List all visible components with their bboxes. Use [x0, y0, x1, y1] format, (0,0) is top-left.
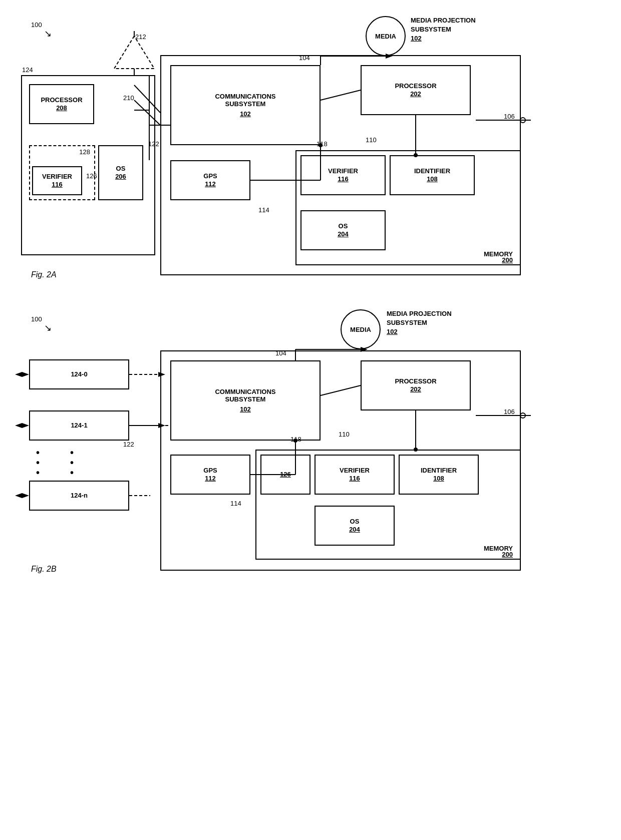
- ref-124-2a: 124: [22, 66, 33, 74]
- os-204-label-2b: OS: [350, 518, 360, 526]
- media-projection-label-2a: MEDIA PROJECTION SUBSYSTEM 102: [411, 16, 476, 44]
- processor-208-label-2a: PROCESSOR: [41, 96, 82, 104]
- processor-202-label-2b: PROCESSOR: [395, 377, 436, 385]
- memory-200-ref-2a: 200: [502, 256, 513, 264]
- arrow-100-2a: ↘: [44, 28, 52, 39]
- ref-126-2a: 126: [86, 172, 97, 180]
- processor-208-ref-2a: 208: [56, 104, 67, 112]
- fig-2a-label: Fig. 2A: [31, 270, 57, 279]
- gps-112-box-2b: GPS 112: [170, 455, 250, 495]
- svg-marker-1: [114, 36, 154, 69]
- media-label-2a: MEDIA: [375, 33, 396, 40]
- comm-subsystem-label-2a: COMMUNICATIONSSUBSYSTEM: [215, 93, 275, 108]
- fig-2b-label: Fig. 2B: [31, 565, 57, 574]
- ref-104-2a: 104: [299, 54, 310, 62]
- svg-point-30: [520, 413, 525, 418]
- ref-126-box-2b: 126: [260, 455, 310, 495]
- ref-122-2a: 122: [148, 140, 159, 148]
- comm-subsystem-box-2b: COMMUNICATIONSSUBSYSTEM 102: [170, 360, 321, 441]
- processor-202-box-2a: PROCESSOR 202: [361, 65, 471, 115]
- verifier-116-label-2b: VERIFIER: [340, 467, 370, 475]
- processor-202-ref-2b: 202: [410, 385, 421, 393]
- arrow-100-2b: ↘: [44, 322, 52, 333]
- verifier-116-left-ref-2a: 116: [52, 181, 63, 189]
- ref-126-label-2b: 126: [280, 471, 291, 479]
- svg-marker-42: [15, 423, 22, 428]
- gps-112-ref-2a: 112: [205, 180, 216, 188]
- device-124-n-box-2b: 124-n: [29, 481, 129, 511]
- identifier-108-box-2a: IDENTIFIER 108: [390, 155, 475, 195]
- gps-112-ref-2b: 112: [205, 475, 216, 483]
- device-124-1-box-2b: 124-1: [29, 410, 129, 441]
- gps-112-label-2a: GPS: [203, 172, 217, 180]
- verifier-116-label-2a: VERIFIER: [328, 167, 358, 175]
- os-204-box-2b: OS 204: [315, 506, 395, 546]
- media-label-2b: MEDIA: [350, 326, 371, 333]
- processor-202-ref-2a: 202: [410, 90, 421, 98]
- gps-112-label-2b: GPS: [203, 467, 217, 475]
- processor-202-box-2b: PROCESSOR 202: [361, 360, 471, 410]
- device-124-0-box-2b: 124-0: [29, 359, 129, 389]
- device-124-1-label-2b: 124-1: [71, 422, 87, 430]
- ref-104-2b: 104: [275, 349, 286, 357]
- ref-110-2a: 110: [366, 136, 377, 144]
- comm-subsystem-ref-2a: 102: [240, 110, 251, 118]
- os-206-label-2a: OS: [116, 165, 126, 173]
- os-204-label-2a: OS: [339, 222, 348, 230]
- verifier-116-ref-2b: 116: [349, 475, 360, 483]
- comm-subsystem-box-2a: COMMUNICATIONSSUBSYSTEM 102: [170, 65, 321, 145]
- identifier-108-label-2b: IDENTIFIER: [421, 467, 457, 475]
- verifier-116-left-label-2a: VERIFIER: [42, 173, 72, 181]
- media-circle-2a: MEDIA: [366, 16, 406, 56]
- ref-210-2a: 210: [123, 94, 134, 102]
- ref-106-2b: 106: [504, 408, 515, 415]
- ref-118-2a: 118: [317, 140, 328, 148]
- ref-100-2b: 100: [31, 315, 42, 323]
- identifier-108-ref-2b: 108: [433, 475, 444, 483]
- device-124-0-label-2b: 124-0: [71, 370, 87, 378]
- ref-100-2a: 100: [31, 21, 42, 29]
- os-206-box-2a: OS 206: [98, 145, 143, 200]
- ref-110-2b: 110: [339, 431, 350, 438]
- svg-marker-44: [15, 493, 22, 498]
- verifier-116-left-box-2a: VERIFIER 116: [32, 166, 82, 195]
- os-204-ref-2b: 204: [349, 526, 360, 534]
- ref-212: 212: [135, 33, 146, 41]
- ref-114-2b: 114: [230, 500, 241, 507]
- verifier-116-box-2a: VERIFIER 116: [300, 155, 386, 195]
- svg-marker-41: [22, 372, 29, 377]
- os-204-ref-2a: 204: [338, 230, 349, 238]
- identifier-108-label-2a: IDENTIFIER: [414, 167, 450, 175]
- processor-208-box-2a: PROCESSOR 208: [29, 84, 94, 124]
- comm-subsystem-ref-2b: 102: [240, 405, 251, 413]
- media-projection-label-2b: MEDIA PROJECTION SUBSYSTEM 102: [387, 309, 452, 337]
- comm-subsystem-label-2b: COMMUNICATIONSSUBSYSTEM: [215, 388, 275, 403]
- verifier-116-ref-2a: 116: [338, 175, 349, 183]
- ref-118-2b: 118: [290, 436, 301, 443]
- device-124-n-label-2b: 124-n: [71, 492, 88, 500]
- verifier-116-box-2b: VERIFIER 116: [315, 455, 395, 495]
- dots-right-2b: •••: [70, 448, 74, 478]
- identifier-108-box-2b: IDENTIFIER 108: [399, 455, 479, 495]
- dots-left-2b: •••: [36, 448, 40, 478]
- identifier-108-ref-2a: 108: [427, 175, 438, 183]
- svg-marker-45: [22, 493, 29, 498]
- memory-200-ref-2b: 200: [502, 551, 513, 559]
- os-206-ref-2a: 206: [115, 173, 126, 181]
- svg-marker-43: [22, 423, 29, 428]
- ref-122-2b: 122: [123, 441, 134, 448]
- svg-marker-40: [15, 372, 22, 377]
- ref-106-2a: 106: [504, 113, 515, 120]
- ref-114-2a: 114: [258, 206, 269, 214]
- gps-112-box-2a: GPS 112: [170, 160, 250, 200]
- os-204-box-2a: OS 204: [300, 210, 386, 250]
- svg-point-14: [520, 118, 525, 123]
- processor-202-label-2a: PROCESSOR: [395, 82, 436, 90]
- ref-128-2a: 128: [79, 148, 90, 156]
- media-circle-2b: MEDIA: [341, 309, 381, 349]
